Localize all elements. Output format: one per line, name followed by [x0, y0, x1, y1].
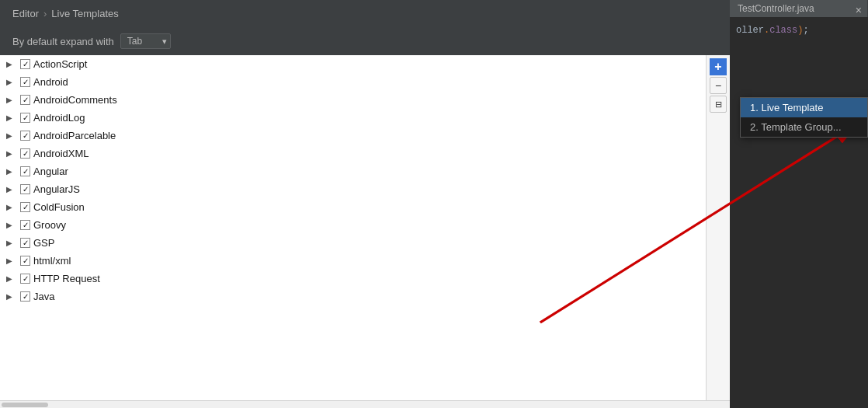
list-item[interactable]: ▶ Angular: [0, 162, 706, 180]
list-item[interactable]: ▶ Android: [0, 73, 706, 91]
sidebar-buttons: + − ⊟: [706, 55, 730, 400]
chevron-icon: ▶: [6, 78, 17, 86]
item-label: HTTP Request: [33, 273, 100, 284]
list-item[interactable]: ▶ AndroidLog: [0, 109, 706, 127]
tab-bar: TestController.java: [730, 0, 868, 17]
item-label: Groovy: [33, 219, 66, 231]
item-label: AndroidComments: [33, 94, 117, 106]
add-button[interactable]: +: [710, 58, 727, 75]
chevron-icon: ▶: [6, 167, 17, 176]
scrollbar-thumb: [2, 403, 48, 407]
chevron-icon: ▶: [6, 292, 17, 301]
checkbox[interactable]: [20, 274, 30, 284]
item-label: AndroidXML: [33, 148, 89, 159]
list-item[interactable]: ▶ HTTP Request: [0, 270, 706, 288]
copy-button[interactable]: ⊟: [710, 96, 727, 113]
list-area[interactable]: ▶ ActionScript ▶ Android ▶ AndroidCommen…: [0, 55, 706, 400]
list-item[interactable]: ▶ ColdFusion: [0, 198, 706, 216]
checkbox[interactable]: [20, 202, 30, 212]
chevron-icon: ▶: [6, 149, 17, 158]
breadcrumb-current: Live Templates: [51, 8, 118, 19]
checkbox[interactable]: [20, 184, 30, 194]
expand-label: By default expand with: [12, 36, 114, 47]
checkbox[interactable]: [20, 220, 30, 230]
checkbox[interactable]: [20, 238, 30, 248]
list-item[interactable]: ▶ GSP: [0, 234, 706, 252]
item-label: Java: [33, 291, 54, 302]
chevron-icon: ▶: [6, 221, 17, 229]
chevron-icon: ▶: [6, 96, 17, 104]
chevron-icon: ▶: [6, 185, 17, 194]
checkbox[interactable]: [20, 95, 30, 105]
item-label: ColdFusion: [33, 201, 85, 213]
breadcrumb-parent: Editor: [12, 8, 39, 19]
dropdown-menu: 1. Live Template 2. Template Group...: [740, 97, 868, 138]
list-item[interactable]: ▶ AndroidXML: [0, 145, 706, 162]
chevron-icon: ▶: [6, 239, 17, 247]
breadcrumb: Editor › Live Templates: [0, 0, 730, 27]
copy-icon: ⊟: [715, 99, 722, 110]
list-item[interactable]: ▶ AngularJS: [0, 180, 706, 198]
menu-item-live-template[interactable]: 1. Live Template: [741, 98, 867, 117]
item-label: html/xml: [33, 255, 71, 267]
chevron-icon: ▶: [6, 60, 17, 68]
checkbox[interactable]: [20, 131, 30, 141]
checkbox[interactable]: [20, 148, 30, 159]
chevron-icon: ▶: [6, 256, 17, 265]
item-label: ActionScript: [33, 58, 87, 70]
item-label: Android: [33, 76, 68, 88]
checkbox[interactable]: [20, 166, 30, 176]
expand-dropdown[interactable]: Tab Enter Space: [120, 33, 171, 49]
chevron-icon: ▶: [6, 113, 17, 122]
item-label: AndroidParcelable: [33, 130, 116, 141]
list-container: ▶ ActionScript ▶ Android ▶ AndroidCommen…: [0, 55, 730, 400]
breadcrumb-separator: ›: [43, 8, 47, 19]
chevron-icon: ▶: [6, 203, 17, 211]
settings-panel: Editor › Live Templates By default expan…: [0, 0, 730, 408]
bottom-scrollbar[interactable]: [0, 400, 730, 408]
right-panel: × TestController.java oller.class);: [730, 0, 868, 408]
remove-button[interactable]: −: [710, 77, 727, 94]
close-button[interactable]: ×: [856, 4, 862, 16]
tab-testcontroller[interactable]: TestController.java: [730, 0, 868, 17]
checkbox[interactable]: [20, 113, 30, 123]
code-area: oller.class);: [730, 17, 868, 408]
item-label: Angular: [33, 166, 68, 177]
checkbox[interactable]: [20, 77, 30, 87]
item-label: GSP: [33, 237, 54, 249]
chevron-icon: ▶: [6, 131, 17, 140]
list-item[interactable]: ▶ Groovy: [0, 216, 706, 234]
checkbox[interactable]: [20, 59, 30, 69]
list-item[interactable]: ▶ AndroidComments: [0, 91, 706, 109]
item-label: AndroidLog: [33, 112, 85, 124]
code-text: oller.class);: [736, 25, 809, 36]
expand-bar: By default expand with Tab Enter Space: [0, 27, 730, 55]
list-item[interactable]: ▶ html/xml: [0, 252, 706, 270]
item-label: AngularJS: [33, 183, 80, 195]
menu-item-template-group[interactable]: 2. Template Group...: [741, 117, 867, 137]
checkbox[interactable]: [20, 256, 30, 266]
list-item[interactable]: ▶ ActionScript: [0, 55, 706, 73]
expand-dropdown-wrapper[interactable]: Tab Enter Space: [120, 33, 171, 49]
chevron-icon: ▶: [6, 274, 17, 283]
list-item[interactable]: ▶ AndroidParcelable: [0, 127, 706, 145]
checkbox[interactable]: [20, 291, 30, 302]
list-item[interactable]: ▶ Java: [0, 288, 706, 305]
